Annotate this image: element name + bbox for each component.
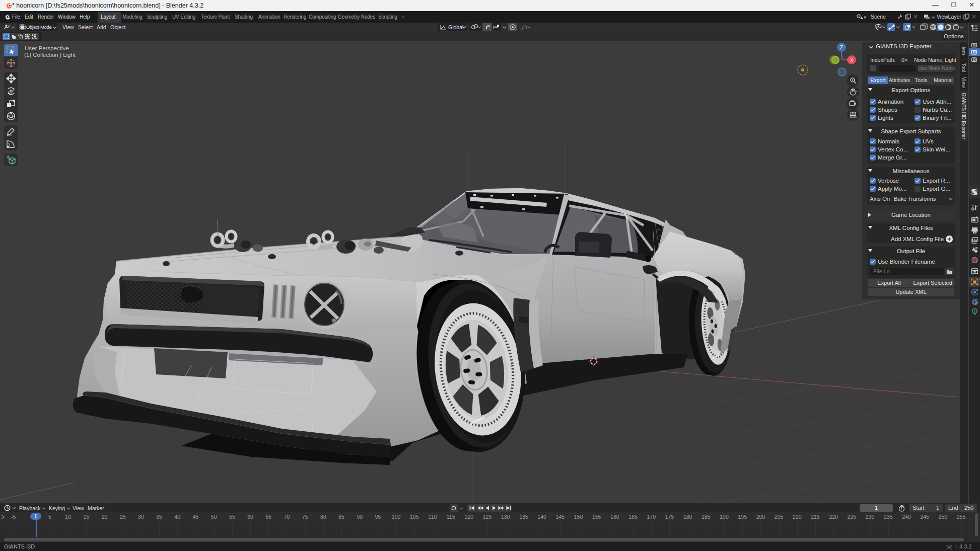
svg-text:Z: Z — [840, 45, 843, 50]
svg-text:X: X — [850, 57, 854, 63]
